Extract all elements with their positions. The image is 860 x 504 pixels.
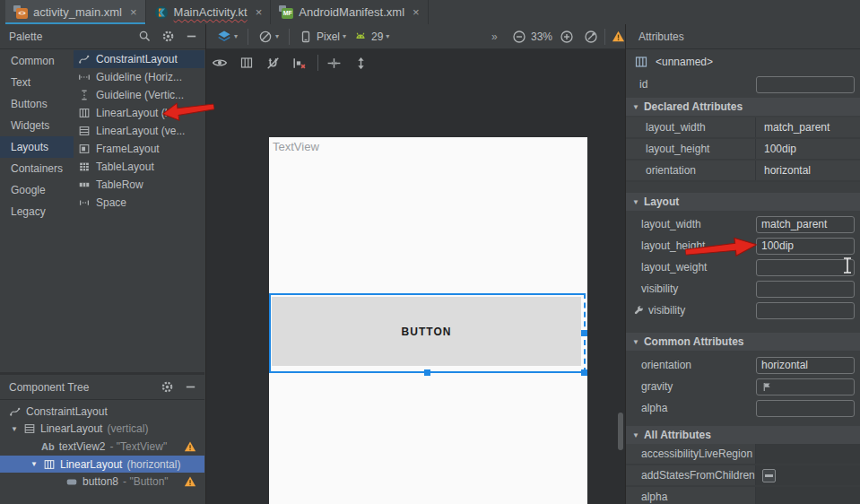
constraintlayout-icon <box>78 53 91 65</box>
close-icon[interactable]: × <box>413 5 420 19</box>
minimize-icon[interactable] <box>184 380 197 394</box>
xml-file-icon: <> <box>13 5 28 20</box>
chevron-down-icon: ▾ <box>343 32 346 40</box>
orientation-input[interactable]: horizontal <box>756 357 855 374</box>
textview-icon: Ab <box>41 441 55 452</box>
palette-category-google[interactable]: Google <box>0 179 74 201</box>
palette-item-list: ConstraintLayout Guideline (Horiz... Gui… <box>74 50 204 212</box>
id-input[interactable] <box>756 76 855 93</box>
palette-item-linearlayout-vertical[interactable]: LinearLayout (ve... <box>74 122 204 140</box>
attribute-row[interactable]: orientation horizontal <box>626 161 860 182</box>
palette-item-guideline-vertical[interactable]: Guideline (Vertic... <box>74 86 204 104</box>
toolbar-overflow-button[interactable]: » <box>491 24 498 48</box>
design-mode-button[interactable]: ▾ <box>217 24 238 48</box>
palette-item-constraintlayout[interactable]: ConstraintLayout <box>74 50 204 68</box>
gear-icon[interactable] <box>161 380 174 394</box>
palette-item-linearlayout-horizontal[interactable]: LinearLayout (h... <box>74 104 204 122</box>
attribute-row[interactable]: layout_width match_parent <box>626 117 860 139</box>
tree-node-textview2[interactable]: Ab textView2- "TextView" <box>0 438 204 456</box>
palette-category-text[interactable]: Text <box>0 72 74 93</box>
resize-handle-right[interactable] <box>581 330 587 336</box>
device-selector[interactable]: Pixel ▾ <box>299 24 346 48</box>
attribute-row[interactable]: alpha <box>626 487 860 504</box>
minimize-icon[interactable] <box>185 30 198 43</box>
button-widget[interactable]: BUTTON <box>272 297 581 366</box>
tree-node-button8[interactable]: button8- "Button" <box>0 473 204 491</box>
linearlayout-vertical-icon <box>23 422 36 435</box>
palette-item-framelayout[interactable]: FrameLayout <box>74 140 204 158</box>
tree-node-linearlayout-vertical[interactable]: ▼ LinearLayout(vertical) <box>0 421 204 439</box>
warning-icon <box>612 30 625 43</box>
layout-height-input[interactable]: 100dip <box>756 238 855 255</box>
section-all-attributes[interactable]: ▼ All Attributes <box>626 426 860 444</box>
textview-widget[interactable]: TextView <box>273 140 319 153</box>
device-screen: TextView BUTTON <box>269 137 587 504</box>
close-icon[interactable]: × <box>256 5 263 19</box>
tools-visibility-input[interactable] <box>756 302 855 319</box>
editor-tab-bar: <> activity_main.xml × MainActivity.kt ×… <box>0 0 860 25</box>
indeterminate-checkbox[interactable] <box>762 469 776 482</box>
alpha-input[interactable] <box>756 400 855 417</box>
palette-category-buttons[interactable]: Buttons <box>0 93 74 115</box>
gravity-input[interactable] <box>756 378 855 395</box>
guideline-vertical-icon <box>78 89 91 101</box>
attributes-header: Attributes <box>626 24 860 49</box>
component-tree-panel: Component Tree ConstraintLayout ▼ Linear… <box>0 372 204 504</box>
linearlayout-columns-icon <box>239 56 254 70</box>
autoconnect-off-button[interactable] <box>265 56 281 71</box>
tab-mainactivity-kt[interactable]: MainActivity.kt × <box>146 0 272 24</box>
clear-constraints-button[interactable] <box>291 56 307 71</box>
warnings-button[interactable] <box>612 24 625 48</box>
tab-androidmanifest-xml[interactable]: MF AndroidManifest.xml × <box>271 0 428 24</box>
attribute-row[interactable]: layout_height 100dip <box>626 139 860 161</box>
chevron-down-icon[interactable]: ▼ <box>30 460 39 468</box>
section-layout[interactable]: ▼ Layout <box>626 193 860 211</box>
layout-weight-input[interactable] <box>756 259 855 276</box>
id-row: id <box>626 74 860 95</box>
chevron-down-icon[interactable]: ▼ <box>11 425 19 433</box>
palette-item-space[interactable]: Space <box>74 194 204 212</box>
section-declared-attributes[interactable]: ▼ Declared Attributes <box>626 98 860 116</box>
pack-horizontal-button[interactable] <box>326 56 342 71</box>
attribute-row[interactable]: accessibilityLiveRegion <box>626 444 860 465</box>
button-widget-icon <box>65 475 78 488</box>
palette-category-common[interactable]: Common <box>0 50 74 72</box>
zoom-in-button[interactable] <box>560 24 574 48</box>
gear-icon[interactable] <box>161 30 175 43</box>
search-icon[interactable] <box>138 30 152 43</box>
resize-handle-bottom[interactable] <box>424 369 430 376</box>
palette-item-tablelayout[interactable]: TableLayout <box>74 158 204 176</box>
attribute-row[interactable]: addStatesFromChildren <box>626 465 860 487</box>
expand-vertical-button[interactable] <box>353 56 369 71</box>
palette-item-guideline-horizontal[interactable]: Guideline (Horiz... <box>74 68 204 86</box>
palette-category-layouts[interactable]: Layouts <box>0 136 74 158</box>
palette-category-widgets[interactable]: Widgets <box>0 115 74 136</box>
view-options-button[interactable] <box>212 55 228 71</box>
section-common-attributes[interactable]: ▼ Common Attributes <box>626 333 860 351</box>
orientation-toggle-button[interactable] <box>239 56 254 70</box>
linearlayout-vertical-icon <box>78 125 91 137</box>
zoom-level: 33% <box>531 24 552 48</box>
space-icon <box>78 196 91 209</box>
tree-node-linearlayout-horizontal[interactable]: ▼ LinearLayout(horizontal) <box>0 456 204 474</box>
palette-categories: Common Text Buttons Widgets Layouts Cont… <box>0 50 74 222</box>
zoom-out-button[interactable] <box>512 24 526 48</box>
resize-handle-bottom-right[interactable] <box>581 369 587 376</box>
zoom-to-fit-button[interactable] <box>584 24 598 48</box>
close-icon[interactable]: × <box>130 5 137 19</box>
zoom-to-fit-icon <box>584 30 598 44</box>
chevron-down-icon: ▼ <box>632 431 639 439</box>
palette-category-legacy[interactable]: Legacy <box>0 201 74 222</box>
attributes-panel: Attributes <unnamed> id ▼ Declared Attri… <box>625 24 860 504</box>
warning-icon <box>184 475 196 488</box>
palette-item-tablerow[interactable]: TableRow <box>74 176 204 194</box>
visibility-input[interactable] <box>756 281 855 298</box>
api-level-selector[interactable]: 29 ▾ <box>353 24 389 48</box>
palette-category-containers[interactable]: Containers <box>0 158 74 179</box>
orientation-button[interactable]: ▾ <box>258 24 279 48</box>
tab-activity-main-xml[interactable]: <> activity_main.xml × <box>5 0 146 24</box>
layout-width-input[interactable]: match_parent <box>756 216 855 233</box>
tree-node-constraintlayout[interactable]: ConstraintLayout <box>0 403 204 421</box>
chevron-down-icon: ▾ <box>386 32 389 40</box>
scrollbar-thumb[interactable] <box>618 413 623 450</box>
